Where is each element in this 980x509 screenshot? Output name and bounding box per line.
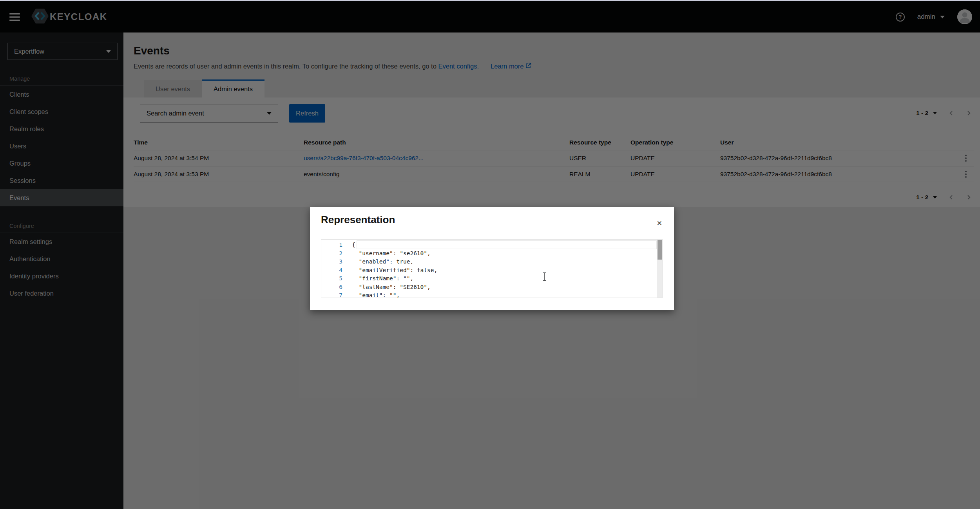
code-text: "enabled": true, [352,258,413,266]
line-number: 5 [321,274,352,283]
code-text: "emailVerified": false, [352,266,437,275]
code-text: "firstName": "", [352,274,413,283]
code-text: "lastName": "SE2610", [352,283,431,292]
code-line: 6 "lastName": "SE2610", [321,283,657,292]
code-line: 5 "firstName": "", [321,274,657,283]
code-text: "username": "se2610", [352,249,431,258]
close-icon[interactable]: ✕ [655,218,664,229]
line-number: 1 [321,241,352,249]
code-line: 1 { [321,241,657,249]
line-number: 7 [321,291,352,298]
line-number: 6 [321,283,352,292]
code-text: "email": "", [352,291,400,298]
modal-title: Representation [321,214,395,226]
representation-modal: Representation ✕ 1 { 2 "username": "se26… [310,207,674,310]
code-line: 2 "username": "se2610", [321,249,657,258]
editor-scrollbar[interactable] [657,240,662,298]
keycloak-admin-console: KEYCLOAK ? admin Expertflow Manage [0,0,980,509]
code-line: 4 "emailVerified": false, [321,266,657,275]
editor-lines: 1 { 2 "username": "se2610", 3 "enabled":… [321,241,657,298]
json-code-editor[interactable]: 1 { 2 "username": "se2610", 3 "enabled":… [321,239,663,298]
scrollbar-thumb[interactable] [658,240,662,260]
code-line: 3 "enabled": true, [321,258,657,266]
line-number: 2 [321,249,352,258]
code-text: { [352,241,355,249]
window-top-edge [0,0,980,1]
line-number: 3 [321,258,352,266]
line-number: 4 [321,266,352,275]
code-line: 7 "email": "", [321,291,657,298]
